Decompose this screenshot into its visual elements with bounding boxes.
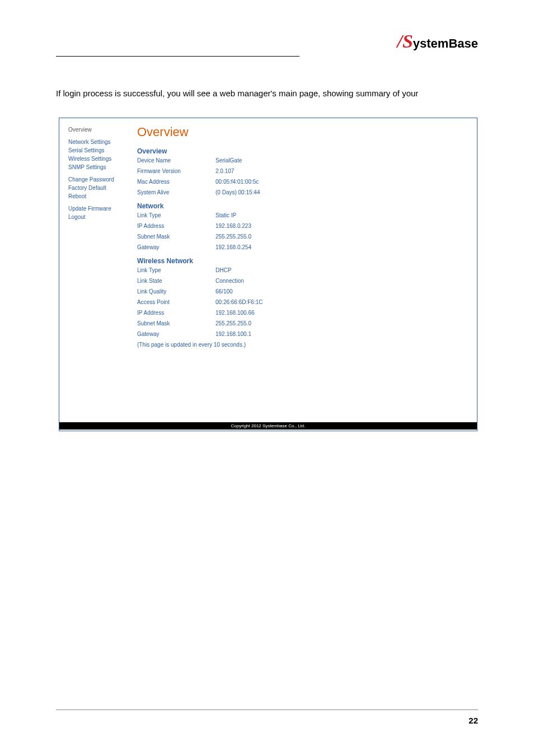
- wireless-row: Gateway192.168.100.1: [137, 331, 468, 337]
- label-w-gateway: Gateway: [137, 331, 216, 337]
- value-mac-address: 00:05:f4:01:00:5c: [216, 179, 259, 185]
- sidebar-item-update-firmware[interactable]: Update Firmware: [68, 205, 133, 213]
- label-subnet-mask: Subnet Mask: [137, 234, 216, 240]
- value-subnet-mask: 255.255.255.0: [216, 234, 251, 240]
- section-title-network: Network: [137, 202, 468, 210]
- wireless-row: Link TypeDHCP: [137, 267, 468, 273]
- value-system-alive: (0 Days) 00:15:44: [216, 189, 260, 195]
- footer-rule: [56, 710, 478, 710]
- sidebar-group-1: Overview: [68, 126, 133, 134]
- label-mac-address: Mac Address: [137, 179, 216, 185]
- sidebar-item-reboot[interactable]: Reboot: [68, 193, 133, 200]
- page-title: Overview: [137, 125, 468, 139]
- label-w-link-state: Link State: [137, 278, 216, 284]
- value-w-link-state: Connection: [216, 278, 244, 284]
- label-link-type: Link Type: [137, 212, 216, 218]
- label-w-ip-address: IP Address: [137, 310, 216, 316]
- wireless-row: Subnet Mask255.255.255.0: [137, 320, 468, 326]
- section-title-wireless: Wireless Network: [137, 257, 468, 265]
- value-w-subnet-mask: 255.255.255.0: [216, 320, 251, 326]
- sidebar-group-3: Change Password Factory Default Reboot: [68, 176, 133, 200]
- sidebar-group-4: Update Firmware Logout: [68, 205, 133, 221]
- wireless-row: Link StateConnection: [137, 278, 468, 284]
- sidebar-item-snmp-settings[interactable]: SNMP Settings: [68, 164, 133, 171]
- overview-row: System Alive(0 Days) 00:15:44: [137, 189, 468, 195]
- screenshot-inner: Overview Network Settings Serial Setting…: [59, 118, 477, 418]
- label-system-alive: System Alive: [137, 189, 216, 195]
- label-firmware-version: Firmware Version: [137, 168, 216, 174]
- wireless-row: Link Quality66/100: [137, 288, 468, 295]
- wireless-row: IP Address192.168.100.66: [137, 310, 468, 316]
- value-w-ip-address: 192.168.100.66: [216, 310, 255, 316]
- label-w-link-type: Link Type: [137, 267, 216, 273]
- sidebar-item-change-password[interactable]: Change Password: [68, 176, 133, 184]
- value-w-access-point: 00:26:66:6D:F6:1C: [216, 299, 263, 305]
- copyright-bar: Copyright 2012 Systembase Co., Ltd.: [59, 422, 477, 430]
- sidebar-item-factory-default[interactable]: Factory Default: [68, 184, 133, 192]
- value-ip-address: 192.168.0.223: [216, 223, 251, 229]
- network-row: Gateway192.168.0.254: [137, 244, 468, 250]
- overview-row: Mac Address00:05:f4:01:00:5c: [137, 179, 468, 185]
- sidebar-group-2: Network Settings Serial Settings Wireles…: [68, 138, 133, 171]
- value-gateway: 192.168.0.254: [216, 244, 251, 250]
- label-device-name: Device Name: [137, 157, 216, 164]
- value-firmware-version: 2.0.107: [216, 168, 234, 174]
- sidebar-item-wireless-settings[interactable]: Wireless Settings: [68, 155, 133, 163]
- network-row: IP Address192.168.0.223: [137, 223, 468, 229]
- page-number: 22: [469, 716, 478, 725]
- intro-text: If login process is successful, you will…: [56, 88, 418, 98]
- label-w-access-point: Access Point: [137, 299, 216, 305]
- value-w-link-quality: 66/100: [216, 288, 233, 295]
- label-w-link-quality: Link Quality: [137, 288, 216, 295]
- wireless-row: Access Point00:26:66:6D:F6:1C: [137, 299, 468, 305]
- sidebar-item-serial-settings[interactable]: Serial Settings: [68, 147, 133, 155]
- sidebar-item-overview[interactable]: Overview: [68, 126, 133, 134]
- brand-logo: /SystemBase: [397, 31, 478, 52]
- label-ip-address: IP Address: [137, 223, 216, 229]
- value-w-gateway: 192.168.100.1: [216, 331, 251, 337]
- label-w-subnet-mask: Subnet Mask: [137, 320, 216, 326]
- sidebar-item-network-settings[interactable]: Network Settings: [68, 138, 133, 146]
- web-manager-screenshot: Overview Network Settings Serial Setting…: [59, 118, 477, 431]
- value-device-name: SerialGate: [216, 157, 242, 164]
- overview-row: Device NameSerialGate: [137, 157, 468, 164]
- sidebar-item-logout[interactable]: Logout: [68, 213, 133, 221]
- section-title-overview: Overview: [137, 147, 468, 155]
- header-rule: [56, 56, 299, 57]
- overview-row: Firmware Version2.0.107: [137, 168, 468, 174]
- label-gateway: Gateway: [137, 244, 216, 250]
- network-row: Subnet Mask255.255.255.0: [137, 234, 468, 240]
- main-content: Overview Overview Device NameSerialGate …: [133, 126, 468, 418]
- logo-slash: /: [397, 31, 402, 52]
- sidebar: Overview Network Settings Serial Setting…: [68, 126, 133, 418]
- refresh-note: (This page is updated in every 10 second…: [137, 342, 468, 348]
- value-link-type: Static IP: [216, 212, 236, 218]
- value-w-link-type: DHCP: [216, 267, 231, 273]
- logo-s: S: [402, 31, 413, 52]
- network-row: Link TypeStatic IP: [137, 212, 468, 218]
- logo-rest: ystemBase: [413, 36, 478, 51]
